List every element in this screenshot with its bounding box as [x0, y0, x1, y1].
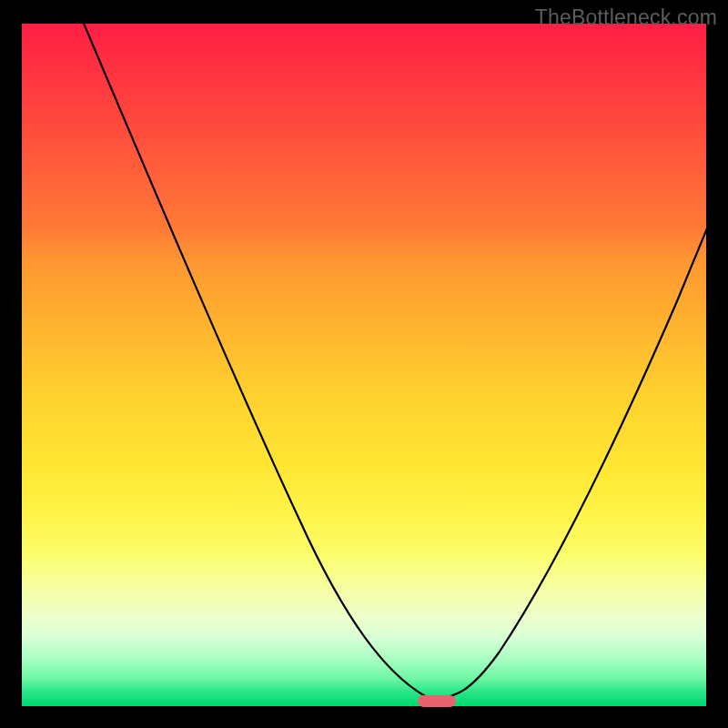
- bottleneck-curve: [22, 24, 706, 706]
- chart-frame: TheBottleneck.com: [0, 0, 728, 728]
- watermark-text: TheBottleneck.com: [535, 5, 717, 30]
- plot-area: [22, 24, 706, 706]
- curve-path: [82, 19, 709, 698]
- optimum-marker: [418, 695, 456, 707]
